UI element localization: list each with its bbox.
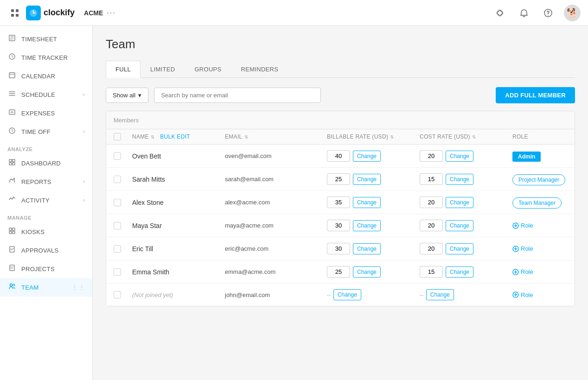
sidebar-item-activity[interactable]: ACTIVITY › [0, 191, 92, 209]
reports-icon [7, 177, 17, 186]
cost-rate-cell: Change [420, 196, 512, 208]
cost-sort-arrow: ⇅ [472, 134, 476, 139]
svg-rect-3 [16, 14, 19, 17]
billable-change-btn[interactable]: Change [353, 197, 381, 208]
role-add-btn[interactable]: Role [512, 291, 575, 298]
user-avatar[interactable]: 🐕 [564, 5, 581, 21]
row-checkbox[interactable] [114, 245, 121, 253]
apps-grid-icon[interactable] [7, 6, 22, 20]
billable-change-btn[interactable]: Change [353, 174, 381, 185]
col-email[interactable]: EMAIL ⇅ [225, 133, 327, 140]
sidebar-item-expenses[interactable]: EXPENSES [0, 104, 92, 122]
role-add-btn[interactable]: Role [512, 245, 575, 252]
show-all-button[interactable]: Show all ▾ [106, 88, 148, 103]
svg-rect-19 [13, 231, 15, 234]
cost-rate-cell: Change [420, 220, 512, 231]
billable-change-btn[interactable]: Change [353, 266, 381, 278]
table-column-headers: NAME ⇅ Bulk edit EMAIL ⇅ BILLABLE RATE (… [106, 129, 575, 145]
workspace-more-btn[interactable]: ··· [107, 9, 115, 17]
member-email: maya@acme.com [225, 222, 327, 229]
add-full-member-button[interactable]: ADD FULL MEMBER [496, 87, 575, 103]
time-off-arrow: › [83, 128, 85, 135]
svg-rect-12 [9, 159, 12, 162]
tab-groups[interactable]: GROUPS [185, 61, 231, 77]
cost-rate-cell: Change [420, 243, 512, 254]
col-cost-rate[interactable]: COST RATE (USD) ⇅ [420, 133, 512, 140]
sidebar-item-reports[interactable]: REPORTS › [0, 172, 92, 191]
role-cell: Admin [512, 152, 575, 160]
cost-rate-input[interactable] [420, 266, 443, 278]
projects-icon [7, 264, 17, 273]
role-add-btn[interactable]: Role [512, 268, 575, 275]
col-role: ROLE [512, 133, 575, 140]
billable-rate-input[interactable] [327, 220, 350, 231]
sidebar-item-time-off[interactable]: TIME OFF › [0, 122, 92, 141]
billable-rate-input[interactable] [327, 243, 350, 254]
cost-rate-input[interactable] [420, 243, 443, 254]
members-label: Members [114, 117, 139, 124]
sidebar-item-kiosks[interactable]: KIOSKS [0, 222, 92, 241]
billable-rate-input[interactable] [327, 173, 350, 185]
sidebar-item-team[interactable]: TEAM ⋮⋮ [0, 278, 92, 297]
row-checkbox[interactable] [114, 199, 121, 206]
billable-rate-cell: Change [327, 220, 420, 231]
billable-change-btn[interactable]: Change [353, 243, 381, 254]
cost-change-btn[interactable]: Change [446, 197, 473, 208]
select-all-checkbox[interactable] [114, 133, 121, 140]
cost-change-btn[interactable]: Change [446, 266, 473, 278]
bulk-edit-link[interactable]: Bulk edit [160, 133, 190, 140]
row-checkbox[interactable] [114, 152, 121, 160]
sidebar-item-approvals[interactable]: APPROVALS [0, 241, 92, 260]
sidebar-item-schedule-label: SCHEDULE [21, 91, 55, 98]
cost-rate-input[interactable] [420, 150, 443, 162]
name-sort-arrow: ⇅ [151, 134, 154, 139]
sidebar-item-time-tracker[interactable]: TIME TRACKER [0, 48, 92, 67]
svg-rect-21 [10, 265, 14, 271]
table-row: Maya Star maya@acme.com Change Change Ro… [106, 214, 575, 237]
member-name: Eric Till [132, 245, 225, 253]
billable-rate-input[interactable] [327, 196, 350, 208]
role-outline-badge[interactable]: Project Manager [512, 174, 565, 185]
cost-change-btn[interactable]: Change [426, 289, 454, 300]
notifications-icon[interactable] [516, 5, 532, 21]
billable-rate-input[interactable] [327, 266, 350, 278]
col-name[interactable]: NAME ⇅ Bulk edit [132, 133, 225, 140]
calendar-icon [7, 71, 17, 81]
cost-rate-input[interactable] [420, 220, 443, 231]
row-checkbox[interactable] [114, 291, 121, 298]
row-checkbox[interactable] [114, 222, 121, 229]
sidebar-item-kiosks-label: KIOSKS [21, 228, 45, 235]
tab-reminders[interactable]: REMINDERS [231, 61, 288, 77]
sidebar-item-calendar[interactable]: CALENDAR [0, 67, 92, 85]
billable-rate-input[interactable] [327, 150, 350, 162]
sidebar-item-schedule[interactable]: SCHEDULE › [0, 85, 92, 104]
help-icon[interactable] [540, 5, 556, 21]
member-email: sarah@email.com [225, 176, 327, 183]
role-outline-badge[interactable]: Team Manager [512, 197, 562, 209]
sidebar-item-projects[interactable]: PROJECTS [0, 260, 92, 278]
tab-limited[interactable]: LIMITED [141, 61, 185, 77]
extensions-icon[interactable] [492, 5, 508, 21]
role-cell: Role [512, 245, 575, 252]
svg-rect-14 [9, 163, 12, 165]
cost-rate-input[interactable] [420, 196, 443, 208]
cost-change-btn[interactable]: Change [446, 243, 473, 254]
cost-change-btn[interactable]: Change [446, 174, 473, 185]
role-add-btn[interactable]: Role [512, 222, 575, 229]
col-billable-rate[interactable]: BILLABLE RATE (USD) ⇅ [327, 133, 420, 140]
cost-change-btn[interactable]: Change [446, 220, 473, 231]
cost-change-btn[interactable]: Change [446, 151, 473, 162]
cost-rate-input[interactable] [420, 173, 443, 185]
show-all-chevron: ▾ [138, 92, 141, 99]
billable-change-btn[interactable]: Change [353, 220, 381, 231]
schedule-icon [7, 90, 17, 99]
tab-full[interactable]: FULL [106, 61, 141, 78]
row-checkbox[interactable] [114, 268, 121, 276]
billable-change-btn[interactable]: Change [333, 289, 361, 300]
member-name: Sarah Mitts [132, 176, 225, 183]
row-checkbox[interactable] [114, 176, 121, 183]
search-input[interactable] [154, 88, 321, 103]
billable-change-btn[interactable]: Change [353, 151, 381, 162]
sidebar-item-timesheet[interactable]: TIMESHEET [0, 30, 92, 48]
sidebar-item-dashboard[interactable]: DASHBOARD [0, 154, 92, 172]
